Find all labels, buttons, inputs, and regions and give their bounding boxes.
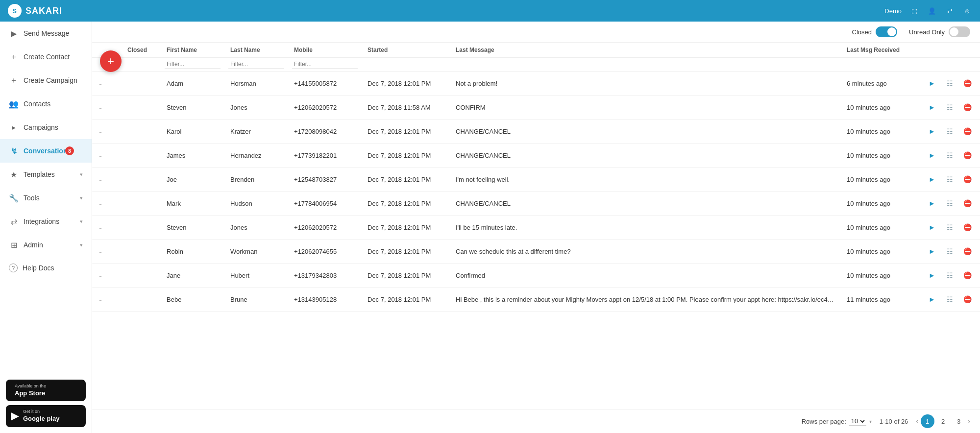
send-button-6[interactable]: ► — [925, 220, 939, 234]
block-button-8[interactable]: ⛔ — [960, 268, 974, 282]
row-expand-3[interactable]: ⌄ — [92, 144, 122, 168]
send-message-icon: ▶ — [9, 28, 19, 38]
googleplay-button[interactable]: ▶ Get it on Google play — [6, 405, 86, 427]
send-button-7[interactable]: ► — [925, 244, 939, 258]
row-expand-1[interactable]: ⌄ — [92, 96, 122, 120]
table-footer: Rows per page: 10 25 50 ▾ 1-10 of 26 ‹ 1… — [92, 409, 980, 433]
archive-button-2[interactable]: ☷ — [943, 124, 956, 138]
sidebar-item-create-contact[interactable]: ＋ Create Contact — [0, 45, 92, 69]
archive-button-1[interactable]: ☷ — [943, 100, 956, 114]
archive-button-5[interactable]: ☷ — [943, 196, 956, 210]
app-header: S SAKARI Demo ⬚ 👤 ⇄ ⎋ — [0, 0, 980, 22]
row-started-1: Dec 7, 2018 11:58 AM — [362, 96, 450, 120]
page-3-button[interactable]: 3 — [952, 414, 966, 428]
row-started-4: Dec 7, 2018 12:01 PM — [362, 168, 450, 192]
block-button-6[interactable]: ⛔ — [960, 220, 974, 234]
sidebar-item-tools[interactable]: 🔧 Tools ▾ — [0, 186, 92, 210]
block-button-1[interactable]: ⛔ — [960, 100, 974, 114]
row-expand-0[interactable]: ⌄ — [92, 72, 122, 96]
sidebar-item-admin[interactable]: ⊞ Admin ▾ — [0, 233, 92, 257]
next-page-button[interactable]: › — [968, 417, 970, 426]
archive-button-7[interactable]: ☷ — [943, 244, 956, 258]
row-started-7: Dec 7, 2018 12:01 PM — [362, 240, 450, 264]
send-button-2[interactable]: ► — [925, 124, 939, 138]
send-button-4[interactable]: ► — [925, 172, 939, 186]
page-1-button[interactable]: 1 — [921, 414, 934, 428]
block-button-4[interactable]: ⛔ — [960, 172, 974, 186]
block-button-9[interactable]: ⛔ — [960, 292, 974, 306]
appstore-main: App Store — [15, 389, 46, 398]
table-toolbar: Closed ✕ Unread Only ✕ — [92, 22, 980, 43]
filter-row — [92, 58, 980, 72]
admin-chevron: ▾ — [80, 242, 83, 248]
archive-button-6[interactable]: ☷ — [943, 220, 956, 234]
row-last-received-8: 10 minutes ago — [841, 264, 919, 288]
unread-only-label: Unread Only — [909, 28, 945, 36]
col-closed: Closed — [122, 43, 161, 58]
sidebar-item-templates[interactable]: ★ Templates ▾ — [0, 163, 92, 186]
send-button-3[interactable]: ► — [925, 148, 939, 162]
logout-icon[interactable]: ⎋ — [962, 6, 972, 16]
filter-last-name[interactable] — [228, 60, 284, 69]
row-mobile-0: +14155005872 — [288, 72, 362, 96]
unread-only-toggle[interactable]: ✕ — [949, 26, 970, 37]
appstore-button[interactable]: Available on the App Store — [6, 380, 86, 402]
send-button-5[interactable]: ► — [925, 196, 939, 210]
sidebar-item-campaigns[interactable]: ► Campaigns — [0, 116, 92, 139]
row-expand-8[interactable]: ⌄ — [92, 264, 122, 288]
row-first-0: Adam — [161, 72, 224, 96]
sidebar-item-integrations[interactable]: ⇄ Integrations ▾ — [0, 210, 92, 233]
row-expand-4[interactable]: ⌄ — [92, 168, 122, 192]
integrations-icon: ⇄ — [9, 216, 19, 226]
send-button-0[interactable]: ► — [925, 76, 939, 90]
row-closed-9 — [122, 288, 161, 312]
closed-toggle[interactable]: ✕ — [876, 26, 897, 37]
add-fab-button[interactable]: + — [100, 50, 122, 72]
row-expand-6[interactable]: ⌄ — [92, 216, 122, 240]
rows-per-page-select[interactable]: 10 25 50 — [849, 417, 866, 426]
sidebar-item-help-docs[interactable]: ? Help Docs — [0, 257, 92, 279]
sidebar-label-help-docs: Help Docs — [23, 264, 54, 272]
row-last-message-5: CHANGE/CANCEL — [450, 192, 841, 216]
table-row: ⌄ Steven Jones +12062020572 Dec 7, 2018 … — [92, 216, 980, 240]
transfer-icon[interactable]: ⇄ — [945, 6, 955, 16]
send-button-8[interactable]: ► — [925, 268, 939, 282]
create-campaign-icon: ＋ — [9, 75, 19, 85]
sidebar-item-create-campaign[interactable]: ＋ Create Campaign — [0, 69, 92, 92]
templates-chevron: ▾ — [80, 171, 83, 178]
table-row: ⌄ Karol Kratzer +17208098042 Dec 7, 2018… — [92, 120, 980, 144]
block-button-7[interactable]: ⛔ — [960, 244, 974, 258]
sidebar-item-conversations[interactable]: ↯ Conversations 8 — [0, 139, 92, 163]
sidebar-item-send-message[interactable]: ▶ Send Message — [0, 22, 92, 45]
archive-button-9[interactable]: ☷ — [943, 292, 956, 306]
send-button-9[interactable]: ► — [925, 292, 939, 306]
row-mobile-3: +17739182201 — [288, 144, 362, 168]
archive-button-4[interactable]: ☷ — [943, 172, 956, 186]
account-name: Demo — [884, 7, 902, 15]
block-button-2[interactable]: ⛔ — [960, 124, 974, 138]
user-icon[interactable]: 👤 — [927, 6, 937, 16]
block-button-3[interactable]: ⛔ — [960, 148, 974, 162]
sidebar-item-contacts[interactable]: 👥 Contacts — [0, 92, 92, 116]
filter-mobile[interactable] — [292, 60, 358, 69]
archive-button-0[interactable]: ☷ — [943, 76, 956, 90]
header-actions: Demo ⬚ 👤 ⇄ ⎋ — [884, 6, 972, 16]
archive-button-8[interactable]: ☷ — [943, 268, 956, 282]
table-row: ⌄ Adam Horsman +14155005872 Dec 7, 2018 … — [92, 72, 980, 96]
block-button-5[interactable]: ⛔ — [960, 196, 974, 210]
prev-page-button[interactable]: ‹ — [916, 417, 918, 426]
row-expand-5[interactable]: ⌄ — [92, 192, 122, 216]
monitor-icon[interactable]: ⬚ — [909, 6, 919, 16]
filter-first-name[interactable] — [165, 60, 220, 69]
sidebar-label-integrations: Integrations — [24, 217, 59, 225]
row-expand-7[interactable]: ⌄ — [92, 240, 122, 264]
contacts-icon: 👥 — [9, 99, 19, 109]
archive-button-3[interactable]: ☷ — [943, 148, 956, 162]
page-2-button[interactable]: 2 — [936, 414, 950, 428]
send-button-1[interactable]: ► — [925, 100, 939, 114]
row-expand-2[interactable]: ⌄ — [92, 120, 122, 144]
block-button-0[interactable]: ⛔ — [960, 76, 974, 90]
row-expand-9[interactable]: ⌄ — [92, 288, 122, 312]
main-content: Closed ✕ Unread Only ✕ + — [92, 22, 980, 433]
row-actions-2: ► ☷ ⛔ — [919, 120, 980, 144]
